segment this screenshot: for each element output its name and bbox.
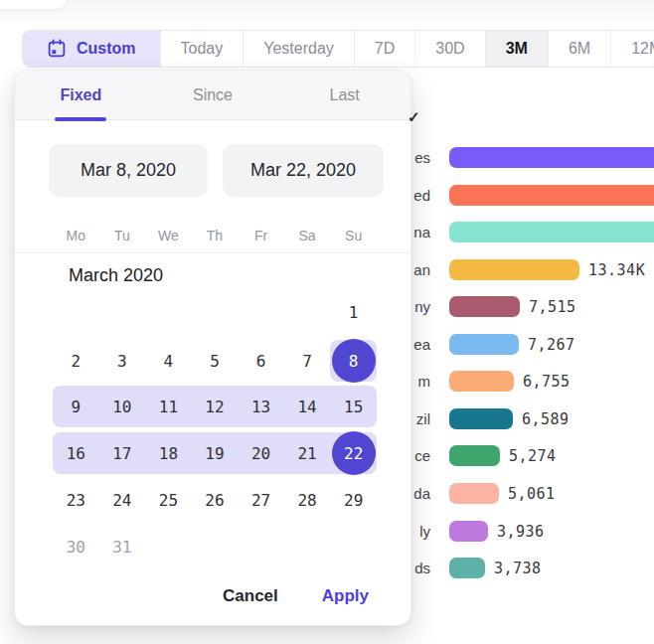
chart-row-bar xyxy=(449,521,488,542)
day-empty xyxy=(238,526,284,567)
start-date-input[interactable]: Mar 8, 2020 xyxy=(49,144,208,197)
chart-row-value: 3,738 xyxy=(494,558,542,578)
month-title: March 2020 xyxy=(69,265,163,286)
day-27[interactable]: 27 xyxy=(238,479,284,521)
day-19[interactable]: 19 xyxy=(192,432,239,474)
end-date-value: Mar 22, 2020 xyxy=(250,160,356,181)
active-tab-underline xyxy=(55,117,106,121)
day-9[interactable]: 9 xyxy=(53,386,99,427)
day-24[interactable]: 24 xyxy=(99,479,146,521)
chart-row-value: 6,589 xyxy=(522,408,570,429)
day-empty xyxy=(99,291,146,333)
tab-since[interactable]: Since xyxy=(147,71,279,119)
chart-row-bar xyxy=(449,222,654,242)
day-empty xyxy=(238,291,284,333)
day-20[interactable]: 20 xyxy=(238,432,284,474)
chart-row-bar xyxy=(449,408,513,429)
start-date-value: Mar 8, 2020 xyxy=(81,160,176,181)
chart-row-bar xyxy=(449,296,520,317)
popup-actions: Cancel Apply xyxy=(15,581,369,611)
day-3[interactable]: 3 xyxy=(99,340,146,382)
end-date-input[interactable]: Mar 22, 2020 xyxy=(223,144,384,197)
weekday-sa: Sa xyxy=(284,225,331,246)
chart-row-value: 13.34K xyxy=(588,259,645,280)
day-empty xyxy=(53,291,99,333)
day-21[interactable]: 21 xyxy=(284,432,331,474)
selected-day-circle: 8 xyxy=(332,339,376,383)
day-empty xyxy=(284,526,331,567)
weekday-tu: Tu xyxy=(99,225,146,246)
day-7[interactable]: 7 xyxy=(284,340,331,382)
day-empty xyxy=(145,526,192,567)
day-16[interactable]: 16 xyxy=(53,432,99,474)
selected-day-circle: 22 xyxy=(332,431,376,475)
day-29[interactable]: 29 xyxy=(330,479,377,521)
day-26[interactable]: 26 xyxy=(192,479,239,521)
chart-row-bar xyxy=(449,259,579,280)
day-4[interactable]: 4 xyxy=(145,340,192,382)
day-empty xyxy=(192,526,239,567)
chart-row-bar xyxy=(449,334,519,355)
day-1[interactable]: 1 xyxy=(330,291,377,333)
chart-row-bar xyxy=(449,147,654,168)
day-empty xyxy=(145,291,192,333)
chart-row-value: 5,061 xyxy=(508,483,556,504)
day-13[interactable]: 13 xyxy=(238,386,284,427)
tab-last[interactable]: Last xyxy=(278,71,410,119)
calendar-week-3: 9101112131415 xyxy=(53,386,377,427)
day-2[interactable]: 2 xyxy=(53,340,99,382)
weekday-su: Su xyxy=(330,225,377,246)
weekday-th: Th xyxy=(192,225,239,246)
calendar-week-6: 3031 xyxy=(53,526,377,567)
chart-row-value: 7,267 xyxy=(528,334,575,355)
day-25[interactable]: 25 xyxy=(145,479,192,521)
chart-row-bar xyxy=(449,483,499,504)
calendar-week-5: 23242526272829 xyxy=(53,479,377,521)
day-30[interactable]: 30 xyxy=(53,526,99,567)
day-14[interactable]: 14 xyxy=(284,386,331,427)
day-6[interactable]: 6 xyxy=(238,340,284,382)
chart-row-bar xyxy=(449,445,500,466)
chart-row-value: 6,755 xyxy=(523,371,571,392)
day-10[interactable]: 10 xyxy=(99,386,146,427)
chart-row-value: 7,515 xyxy=(529,296,576,317)
chart-row-bar xyxy=(449,185,654,206)
day-8[interactable]: 8 xyxy=(330,340,377,382)
apply-button[interactable]: Apply xyxy=(322,586,369,606)
day-empty xyxy=(330,526,377,567)
calendar-week-4: 16171819202122 xyxy=(53,432,377,474)
date-picker-popup: FixedSinceLast Mar 8, 2020 Mar 22, 2020 … xyxy=(14,70,411,626)
day-31[interactable]: 31 xyxy=(99,526,146,567)
weekday-fr: Fr xyxy=(238,225,284,246)
day-28[interactable]: 28 xyxy=(284,479,331,521)
calendar-divider xyxy=(15,252,410,253)
chart-row-bar xyxy=(449,371,514,392)
weekday-header: MoTuWeThFrSaSu xyxy=(53,225,377,246)
weekday-mo: Mo xyxy=(53,225,99,246)
day-empty xyxy=(192,291,239,333)
calendar-week-1: 1 xyxy=(53,291,377,333)
day-12[interactable]: 12 xyxy=(192,386,239,427)
day-15[interactable]: 15 xyxy=(330,386,377,427)
weekday-we: We xyxy=(145,225,192,246)
day-5[interactable]: 5 xyxy=(192,340,239,382)
chart-row-value: 3,936 xyxy=(497,521,545,542)
day-18[interactable]: 18 xyxy=(145,432,192,474)
day-23[interactable]: 23 xyxy=(53,479,99,521)
cancel-button[interactable]: Cancel xyxy=(223,586,278,606)
tab-fixed[interactable]: Fixed xyxy=(15,71,147,119)
calendar-week-2: 2345678 xyxy=(53,340,377,382)
picker-tabs: FixedSinceLast xyxy=(15,71,410,120)
check-icon: ✓ xyxy=(408,108,420,126)
day-22[interactable]: 22 xyxy=(330,432,377,474)
day-11[interactable]: 11 xyxy=(145,386,192,427)
chart-row-bar xyxy=(449,558,485,578)
chart-row-value: 5,274 xyxy=(509,445,557,466)
day-17[interactable]: 17 xyxy=(99,432,146,474)
day-empty xyxy=(284,291,331,333)
